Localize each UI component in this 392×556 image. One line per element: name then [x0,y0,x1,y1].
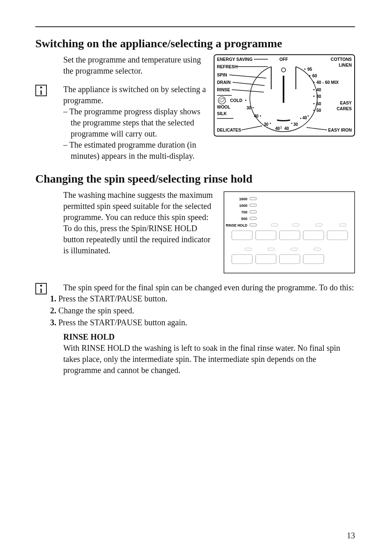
sel-cottons: COTTONS [331,57,352,62]
section1-title: Switching on the appliance/selecting a p… [35,37,355,50]
svg-rect-39 [245,248,251,250]
spin-rinse-hold: RINSE HOLD [226,223,247,227]
panel-button [279,255,300,264]
page-content: Switching on the appliance/selecting a p… [35,31,355,376]
sel-arc-40d: 40 [302,116,307,120]
sel-linen: LINEN [339,63,352,67]
svg-point-10 [304,68,305,70]
svg-line-3 [229,75,266,78]
step-2-text: Change the spin speed. [58,306,134,315]
section1-body: ENERGY SAVING REFRESH SPIN DRAIN RINSE C… [63,54,355,162]
panel-button [232,255,252,264]
rinse-hold-body: With RINSE HOLD the washing is left to s… [63,343,355,376]
page-number: 13 [347,531,355,540]
page-top-rule [35,26,355,27]
sel-arc-40b: 40 [275,126,280,131]
panel-button [327,231,348,240]
sel-off: OFF [279,57,288,62]
sel-silk: SILK [217,111,227,116]
svg-rect-35 [271,224,278,226]
svg-point-22 [291,123,293,124]
sel-delicates: DELICATES [217,127,241,132]
svg-point-24 [308,116,309,117]
sel-refresh: REFRESH [217,64,238,69]
svg-rect-38 [339,224,346,226]
svg-rect-31 [250,204,256,206]
svg-rect-33 [250,217,256,220]
svg-rect-37 [316,224,322,226]
sel-95: 95 [307,67,312,72]
panel-button [232,231,252,240]
sel-cares: CARES [337,106,352,111]
section2-title: Changing the spin speed/selecting rinse … [35,172,355,185]
svg-point-28 [281,68,286,72]
svg-point-19 [260,116,261,117]
info-icon: ı [35,85,47,96]
sel-easyiron: EASY IRON [328,127,352,132]
svg-rect-41 [291,248,297,250]
step-1: 1. Press the START/PAUSE button. [50,293,355,304]
sel-spin: SPIN [217,72,227,77]
spin-1000: 1000 [239,204,247,208]
spin-panel-svg: 1600 1000 700 500 RINSE HOLD [224,191,355,273]
step-3-text: Press the START/PAUSE button again. [58,318,187,327]
sel-arc-40c: 40 [284,126,289,131]
spin-700: 700 [241,210,247,214]
svg-rect-36 [293,224,299,226]
section1-bullet-2: The estimated programme duration (in min… [71,139,355,162]
panel-button [256,231,276,240]
step-1-text: Press the START/PAUSE button. [58,294,167,303]
rinse-hold-heading: RINSE HOLD [63,331,355,343]
info-icon: ı [35,283,47,294]
section1-info-para: The appliance is switched on by selectin… [63,84,355,106]
spin-1600: 1600 [239,197,247,201]
svg-rect-34 [250,224,256,226]
section2-steps: 1. Press the START/PAUSE button. 2. Chan… [50,293,355,328]
svg-line-17 [307,127,327,130]
panel-button [279,231,300,240]
step-3: 3. Press the START/PAUSE button again. [50,317,355,328]
panel-button [303,231,324,240]
svg-point-16 [313,109,314,111]
sel-arc-30c: 30 [293,122,298,127]
spin-500: 500 [241,217,247,221]
section2-body: 1600 1000 700 500 RINSE HOLD [63,190,355,376]
step-2: 2. Change the spin speed. [50,305,355,316]
panel-button [303,255,324,264]
spin-panel-figure: 1600 1000 700 500 RINSE HOLD [224,191,355,276]
panel-button [256,255,276,264]
svg-rect-32 [250,211,256,213]
sel-energy-saving: ENERGY SAVING [217,57,253,62]
svg-rect-30 [250,197,256,200]
svg-point-20 [270,123,271,124]
svg-point-23 [300,118,302,119]
sel-60a: 60 [312,73,317,78]
section2-info-para: The spin speed for the final spin can be… [63,282,355,293]
sel-50: 50 [316,108,321,113]
svg-rect-42 [314,248,321,250]
svg-line-9 [242,126,262,130]
svg-rect-40 [268,248,274,250]
svg-point-18 [253,107,254,109]
